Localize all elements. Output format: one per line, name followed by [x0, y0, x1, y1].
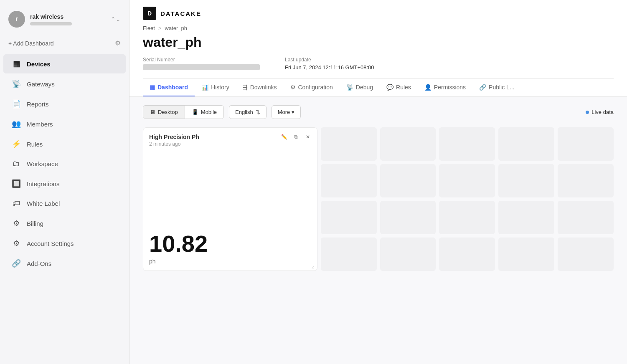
sidebar-item-integrations[interactable]: 🔲 Integrations: [3, 174, 126, 193]
last-update-section: Last update Fri Jun 7, 2024 12:11:16 GMT…: [285, 57, 374, 72]
tab-icon-debug: 📡: [346, 84, 353, 91]
sidebar-item-billing[interactable]: ⚙ Billing: [3, 214, 126, 233]
placeholder-cell: [439, 201, 495, 234]
placeholder-cell: [321, 238, 377, 271]
serial-number-label: Serial Number: [143, 57, 260, 63]
nav-icon-rules: ⚡: [12, 139, 21, 149]
desktop-label: Desktop: [158, 109, 178, 115]
nav-label-devices: Devices: [27, 61, 51, 68]
nav-icon-workspace: 🗂: [12, 159, 21, 168]
dashboard-grid: ✏️ ⧉ ✕ High Precision Ph 2 minutes ago 1…: [143, 127, 614, 271]
desktop-icon: 🖥: [150, 109, 155, 115]
breadcrumb-separator: >: [158, 25, 162, 31]
account-subtitle: [30, 22, 72, 25]
placeholder-cell: [321, 127, 377, 161]
placeholder-cell: [439, 127, 495, 161]
account-section[interactable]: r rak wireless ⌃⌄: [0, 7, 129, 32]
resize-handle[interactable]: ⊿: [311, 265, 315, 269]
tab-label-permissions: Permissions: [434, 84, 466, 91]
sidebar-item-devices[interactable]: ▦ Devices: [3, 54, 126, 73]
more-button[interactable]: More ▾: [272, 105, 301, 119]
logo-icon: D: [143, 7, 156, 20]
add-dashboard-button[interactable]: + Add Dashboard ⚙: [0, 36, 129, 51]
placeholder-cell: [439, 164, 495, 197]
serial-number-value: [143, 64, 260, 70]
nav-icon-members: 👥: [12, 119, 21, 129]
live-data-label: Live data: [591, 109, 614, 115]
widget-close-button[interactable]: ✕: [303, 132, 313, 142]
tab-dashboard[interactable]: ▦ Dashboard: [143, 79, 195, 96]
widget-copy-button[interactable]: ⧉: [291, 132, 301, 142]
tab-downlinks[interactable]: ⇶ Downlinks: [236, 79, 284, 96]
tab-public-link[interactable]: 🔗 Public L...: [472, 79, 521, 96]
sidebar-nav: ▦ Devices 📡 Gateways 📄 Reports 👥 Members…: [0, 54, 129, 357]
nav-icon-devices: ▦: [12, 59, 21, 68]
widget-toolbar: ✏️ ⧉ ✕: [279, 132, 313, 142]
placeholder-cell: [558, 238, 614, 271]
nav-label-reports: Reports: [27, 101, 49, 108]
chevron-down-icon: ▾: [292, 109, 294, 115]
tab-icon-history: 📊: [201, 84, 208, 91]
tab-label-configuration: Configuration: [298, 84, 333, 91]
tab-label-debug: Debug: [356, 84, 373, 91]
tab-icon-public-link: 🔗: [479, 84, 486, 91]
tab-debug[interactable]: 📡 Debug: [340, 79, 380, 96]
sidebar: r rak wireless ⌃⌄ + Add Dashboard ⚙ ▦ De…: [0, 0, 129, 364]
tab-label-dashboard: Dashboard: [157, 84, 188, 91]
placeholder-cell: [498, 238, 554, 271]
breadcrumb-parent[interactable]: Fleet: [143, 25, 155, 31]
nav-icon-account-settings: ⚙: [12, 239, 21, 248]
tab-configuration[interactable]: ⚙ Configuration: [284, 79, 340, 96]
main-content: D DATACAKE Fleet > water_ph water_ph Ser…: [129, 0, 627, 364]
nav-icon-billing: ⚙: [12, 219, 21, 228]
nav-icon-integrations: 🔲: [12, 179, 21, 188]
chevron-down-icon: ⌃⌄: [111, 16, 121, 23]
sidebar-item-workspace[interactable]: 🗂 Workspace: [3, 154, 126, 173]
nav-label-add-ons: Add-Ons: [27, 260, 51, 267]
widget-unit: ph: [149, 258, 311, 265]
tab-label-downlinks: Downlinks: [250, 84, 277, 91]
gear-icon[interactable]: ⚙: [115, 39, 121, 47]
widget-edit-button[interactable]: ✏️: [279, 132, 289, 142]
placeholder-cell: [321, 201, 377, 234]
sidebar-item-members[interactable]: 👥 Members: [3, 114, 126, 134]
sidebar-item-gateways[interactable]: 📡 Gateways: [3, 74, 126, 94]
sidebar-item-account-settings[interactable]: ⚙ Account Settings: [3, 234, 126, 253]
placeholder-cell: [380, 201, 436, 234]
placeholder-cell: [498, 127, 554, 161]
placeholder-cell: [558, 164, 614, 197]
logo-area: D DATACAKE: [143, 7, 614, 20]
nav-label-workspace: Workspace: [27, 160, 58, 167]
placeholder-cell: [380, 127, 436, 161]
sidebar-item-add-ons[interactable]: 🔗 Add-Ons: [3, 254, 126, 273]
logo-text: DATACAKE: [160, 10, 201, 17]
language-label: English: [235, 109, 253, 115]
nav-icon-reports: 📄: [12, 99, 21, 109]
tab-icon-rules: 💬: [386, 84, 393, 91]
placeholder-cell: [380, 164, 436, 197]
nav-label-gateways: Gateways: [27, 81, 55, 88]
nav-label-white-label: White Label: [27, 200, 60, 207]
nav-icon-gateways: 📡: [12, 79, 21, 88]
tab-label-public-link: Public L...: [489, 84, 514, 91]
tab-history[interactable]: 📊 History: [195, 79, 236, 96]
tab-icon-downlinks: ⇶: [243, 84, 248, 91]
sidebar-item-rules[interactable]: ⚡ Rules: [3, 134, 126, 154]
add-dashboard-label: + Add Dashboard: [8, 40, 54, 47]
sidebar-item-white-label[interactable]: 🏷 White Label: [3, 194, 126, 213]
placeholder-cell: [498, 201, 554, 234]
placeholder-cell: [321, 164, 377, 197]
nav-label-members: Members: [27, 121, 53, 128]
page-title: water_ph: [143, 35, 614, 50]
language-select[interactable]: English ⇅: [229, 105, 267, 119]
sidebar-item-reports[interactable]: 📄 Reports: [3, 94, 126, 114]
tab-rules[interactable]: 💬 Rules: [380, 79, 418, 96]
tab-permissions[interactable]: 👤 Permissions: [418, 79, 472, 96]
desktop-button[interactable]: 🖥 Desktop: [143, 106, 185, 119]
widget-card: ✏️ ⧉ ✕ High Precision Ph 2 minutes ago 1…: [143, 127, 317, 271]
last-update-value: Fri Jun 7, 2024 12:11:16 GMT+08:00: [285, 64, 374, 71]
placeholder-cell: [439, 238, 495, 271]
tabs: ▦ Dashboard 📊 History ⇶ Downlinks ⚙ Conf…: [143, 78, 614, 96]
mobile-button[interactable]: 📱 Mobile: [185, 106, 223, 119]
nav-label-account-settings: Account Settings: [27, 240, 74, 247]
